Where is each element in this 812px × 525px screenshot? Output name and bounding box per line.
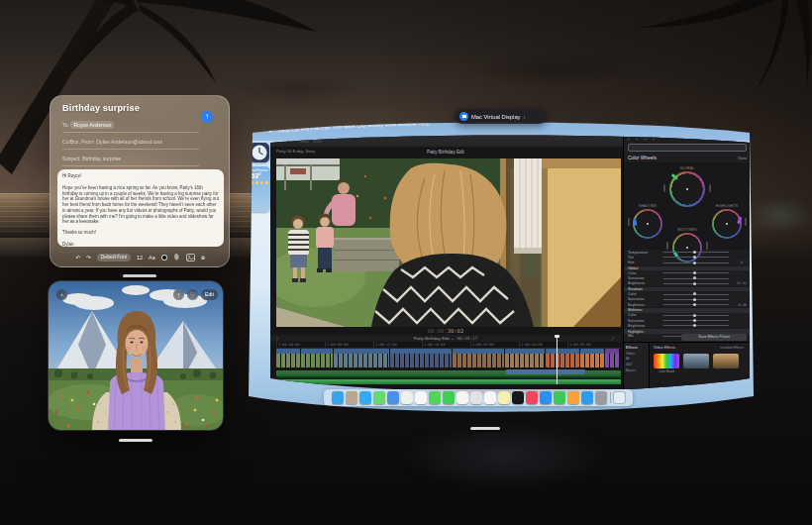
timeline-clip[interactable]: [276, 349, 300, 368]
inspector-slider[interactable]: [663, 325, 729, 326]
message-body[interactable]: Hi Royce! Hope you've been having a nice…: [57, 169, 224, 247]
timeline-clip[interactable]: [605, 349, 619, 368]
inspector-row-label: Saturation: [628, 319, 661, 323]
global-color-wheel[interactable]: [669, 171, 705, 207]
text-style-button[interactable]: Aa: [149, 255, 155, 261]
effects-search-bar[interactable]: ⌕: [654, 390, 743, 396]
font-size-button[interactable]: 12: [137, 255, 143, 261]
installed-effects-dropdown[interactable]: Installed Effects: [720, 346, 744, 350]
clip-filmstrip: [276, 354, 300, 368]
inspector-slider[interactable]: [663, 252, 729, 253]
dock-app-icon[interactable]: [484, 391, 497, 404]
effect-preset-field[interactable]: [628, 144, 747, 152]
final-cut-pro-window[interactable]: Patty 16 B-day, Sony Patty Birthday Edit: [270, 133, 750, 398]
redo-icon[interactable]: ↷: [86, 255, 91, 261]
back-button[interactable]: ‹: [56, 289, 67, 300]
inspector-slider[interactable]: [663, 315, 729, 316]
timeline-clip[interactable]: [301, 349, 333, 368]
timeline-clip[interactable]: [334, 349, 389, 368]
send-button[interactable]: ↑: [201, 111, 213, 123]
effects-category[interactable]: Basics: [626, 368, 647, 374]
mail-compose-window[interactable]: Birthday surprise ↑ To: Royce Anderson C…: [50, 95, 230, 267]
font-picker-button[interactable]: Default Font: [97, 254, 131, 262]
dock-app-icon[interactable]: [401, 391, 414, 404]
color-wheels-header[interactable]: Color Wheels View: [628, 155, 747, 162]
to-field[interactable]: To: Royce Anderson: [62, 118, 199, 133]
subject-field[interactable]: Subject: Birthday surprise: [62, 152, 199, 166]
attachment-icon[interactable]: [173, 253, 180, 262]
mail-grab-bar[interactable]: [123, 274, 156, 277]
timecode-current: 30:02: [448, 328, 464, 334]
inspector-slider[interactable]: [663, 257, 729, 258]
mac-virtual-display-pill[interactable]: Mac Virtual Display ›: [455, 109, 547, 124]
dock-app-icon[interactable]: [443, 391, 456, 404]
timeline-zoom-icon[interactable]: ⤢: [611, 336, 615, 341]
dock-app-icon[interactable]: [373, 391, 386, 404]
dock-app-icon[interactable]: [581, 391, 594, 404]
dock-app-icon[interactable]: [595, 391, 608, 404]
photos-grab-bar[interactable]: [119, 439, 152, 442]
timeline-ruler[interactable]: 1:00:04:001:00:08:001:00:12:001:00:16:00…: [276, 342, 621, 349]
dock-app-icon[interactable]: [429, 391, 442, 404]
to-recipient-chip[interactable]: Royce Anderson: [70, 121, 114, 129]
inspector-slider[interactable]: [663, 294, 729, 295]
inspector-slider[interactable]: [663, 304, 729, 305]
more-formatting-icon[interactable]: ⊕: [201, 255, 206, 261]
dock-app-icon[interactable]: [359, 391, 372, 404]
inspector-slider[interactable]: [663, 283, 729, 284]
screen-grab-bar[interactable]: [470, 427, 500, 430]
dock-app-icon[interactable]: [540, 391, 553, 404]
highlights-color-wheel[interactable]: [712, 209, 742, 239]
effect-item-2[interactable]: [683, 354, 709, 373]
dock-app-icon[interactable]: [387, 391, 400, 404]
clock-widget[interactable]: [250, 143, 269, 162]
inspector-slider[interactable]: [663, 262, 729, 263]
effect-thumbnail: [683, 354, 709, 368]
save-effects-preset-button[interactable]: Save Effects Preset: [681, 334, 747, 341]
ccbcc-from-field[interactable]: Cc/Bcc, From: Dylan.Anderson@icloud.com: [62, 135, 199, 150]
inspector-slider[interactable]: [663, 299, 729, 300]
timeline-toolbar[interactable]: ≡ Patty Birthday Edit ⌄ 00:30:17 ⤢: [270, 335, 621, 342]
dock-app-icon[interactable]: [332, 391, 345, 404]
photos-window[interactable]: ‹ ↑ ♡ Edit: [48, 280, 224, 431]
timeline-clip[interactable]: [546, 349, 579, 368]
shadows-color-wheel[interactable]: [633, 209, 662, 239]
mac-virtual-display-screen[interactable]: Final Cut Pro File Edit Trim Mark Clip M…: [245, 117, 758, 422]
dock-app-icon[interactable]: [457, 391, 469, 404]
dock-app-icon[interactable]: [470, 391, 483, 404]
dock-app-icon[interactable]: [526, 391, 539, 404]
music-track[interactable]: [276, 379, 621, 384]
favorite-heart-icon[interactable]: ♡: [187, 289, 198, 300]
timeline-clip[interactable]: [453, 349, 504, 368]
effect-color-board[interactable]: Color Board: [654, 354, 679, 373]
dock-app-icon[interactable]: [512, 391, 525, 404]
message-body-text: Hi Royce! Hope you've been having a nice…: [62, 173, 219, 247]
chevron-right-icon: ›: [524, 114, 526, 120]
text-color-button[interactable]: [161, 255, 167, 261]
ruler-timecode: 1:00:04:00: [276, 342, 325, 348]
insert-photo-icon[interactable]: [186, 254, 195, 262]
share-icon[interactable]: ↑: [173, 289, 184, 300]
timeline-clip[interactable]: [580, 349, 604, 368]
transport-timecode[interactable]: 00:00:30:02: [270, 327, 621, 335]
view-dropdown[interactable]: View: [738, 155, 747, 162]
dock-app-icon[interactable]: [415, 391, 428, 404]
dock-app-icon[interactable]: [498, 391, 511, 404]
inspector-slider[interactable]: [663, 320, 729, 321]
dock-separator: [610, 392, 611, 403]
ruler-timecode: 1:00:28:00: [567, 342, 616, 348]
timeline-clip[interactable]: [390, 349, 452, 368]
dock-app-icon[interactable]: [567, 391, 580, 404]
playhead[interactable]: [557, 335, 558, 384]
viewer-video-frame[interactable]: [276, 158, 621, 327]
edit-button[interactable]: Edit: [201, 289, 218, 300]
effect-item-3[interactable]: [713, 354, 739, 373]
timeline-clip[interactable]: [505, 349, 545, 368]
inspector-slider[interactable]: [663, 272, 729, 273]
inspector-slider[interactable]: [663, 278, 729, 279]
trash-icon[interactable]: [613, 391, 626, 404]
dock-app-icon[interactable]: [346, 391, 358, 404]
dock-app-icon[interactable]: [554, 391, 566, 404]
undo-icon[interactable]: ↶: [76, 255, 81, 261]
connected-clip[interactable]: [506, 369, 585, 374]
